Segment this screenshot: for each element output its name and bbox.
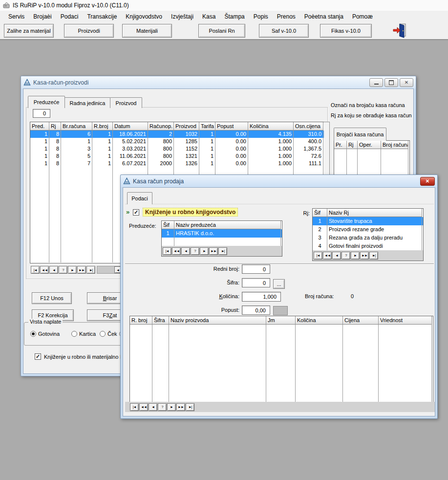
dialog-titlebar[interactable]: Kasa račun prodaja ✕ [121,175,437,187]
tab-podaci[interactable]: Podaci [127,192,152,204]
nav-button[interactable]: ►► [360,252,369,260]
column-header[interactable]: Proizvod [174,122,199,131]
menu-transakcije[interactable]: Transakcije [83,12,121,21]
column-header[interactable]: Računop. [148,122,174,131]
radio-cek[interactable]: Ček [100,331,117,337]
nav-button[interactable]: ? [158,403,167,411]
menu-pomoc[interactable]: Pomoæ [348,12,377,21]
column-header[interactable]: Broj računa [381,141,408,149]
nav-button[interactable]: ◄◄ [139,403,148,411]
toolbar-fikas-button[interactable]: Fikas v-10.0 [320,24,372,38]
nav-button[interactable]: ◄ [149,403,157,411]
redni-broj-input[interactable] [242,264,270,274]
column-header[interactable]: Šif [313,209,327,217]
column-header[interactable]: Rj [347,141,358,149]
nav-button[interactable]: ◄◄ [40,266,49,274]
nav-button[interactable]: ◄◄ [172,247,181,255]
radio-gotovina[interactable]: Gotovina [30,331,60,337]
column-header[interactable]: Šif [162,221,174,229]
column-header[interactable]: Oper. [358,141,381,149]
preduzece-filter-input[interactable] [33,109,50,118]
nav-button[interactable]: ► [68,266,77,274]
menu-prenos[interactable]: Prenos [273,12,300,21]
menu-knjigovodstvo[interactable]: Knjigovodstvo [121,12,167,21]
column-header[interactable]: Pred. [30,122,49,131]
nav-button[interactable]: ►| [186,403,194,411]
nav-button[interactable]: ►► [176,403,185,411]
nav-button[interactable]: ◄ [181,247,190,255]
close-button[interactable]: ✕ [400,78,413,87]
radio-kartica[interactable]: Kartica [71,331,96,337]
menu-pocetna-stanja[interactable]: Poèetna stanja [300,12,348,21]
column-header[interactable]: Šifra [152,316,169,325]
column-header[interactable]: Jm [266,316,296,325]
table-row[interactable]: 4Gotovi finalni proizvodi [313,242,423,250]
table-row[interactable]: 18716.07.20212000132610.001.000111.1 [30,160,324,167]
main-window-titlebar[interactable]: Kasa-račun-proizvodi ✕ [21,76,416,88]
nav-button[interactable]: ► [200,247,209,255]
toolbar-saf-button[interactable]: Saf v-10.0 [259,24,309,38]
nav-button[interactable]: ►| [218,247,227,255]
nav-button[interactable]: |◄ [163,247,171,255]
f12-unos-button[interactable]: F12 Unos [32,292,72,304]
table-row[interactable]: 2Proizvodi rezane građe [313,225,423,234]
menu-stampa[interactable]: Štampa [220,12,249,21]
column-header[interactable]: Naziv Rj [327,209,422,217]
toolbar-proizvodi-button[interactable]: Proizvodi [64,24,114,38]
dialog-close-button[interactable]: ✕ [420,177,435,186]
nav-button[interactable]: ►| [86,266,95,274]
table-row[interactable]: 1Stovarište trupaca [313,217,423,225]
nav-button[interactable]: ◄ [332,252,341,260]
table-row[interactable]: 3Rezana građa za dalju preradu [313,234,423,242]
column-header[interactable]: Cijena [343,316,379,325]
column-header[interactable]: Naziv preduzeća [174,221,281,229]
toolbar-materijali-button[interactable]: Materijali [122,24,172,38]
column-header[interactable]: Pr. [334,141,347,149]
maximize-button[interactable] [384,78,398,87]
table-row[interactable]: 18313.03.2021800115210.001.0001,367.5 [30,145,324,153]
nav-button[interactable]: ► [167,403,176,411]
sifra-input[interactable] [242,278,270,287]
nav-button[interactable]: ◄ [49,266,58,274]
column-header[interactable]: Popust [215,122,248,131]
column-header[interactable]: R. broj [130,316,152,325]
nav-button[interactable]: |◄ [130,403,139,411]
nav-button[interactable]: ►► [77,266,86,274]
nav-button[interactable]: |◄ [31,266,40,274]
column-header[interactable]: Vriednost [379,316,432,325]
toolbar-zalihe-button[interactable]: Zalihe za materijal [4,24,54,38]
column-header[interactable]: R.broj [92,122,113,131]
menu-izvjestaji[interactable]: Izvještaji [167,12,198,21]
knjizenje-checkbox[interactable]: ✓ [133,209,139,216]
nav-button[interactable]: ◄◄ [323,252,332,260]
menu-kasa[interactable]: Kasa [198,12,220,21]
kolicina-input[interactable] [242,292,281,302]
toolbar-poslani-rn-button[interactable]: Poslani Rn [198,24,245,38]
popust-input[interactable] [242,305,270,315]
product-table[interactable]: R. brojŠifraNaziv proizvodaJmKoličinaCij… [129,316,433,403]
column-header[interactable]: Tarifa [199,122,215,131]
table-row[interactable]: 18115.02.2021800128510.001.000400.0 [30,138,324,145]
rj-grid[interactable]: ŠifNaziv Rj1Stovarište trupaca2Proizvodi… [313,209,423,250]
nav-button[interactable]: ► [351,252,360,260]
table-row[interactable]: 185111.06.2021800132110.001.00072.6 [30,153,324,160]
table-row[interactable]: 186118.06.20212103210.004.135310.0 [30,131,324,138]
tab-preduzece[interactable]: Preduzeće [28,96,65,108]
menu-popis[interactable]: Popis [249,12,273,21]
robno-checkbox[interactable]: ✓ [35,353,41,360]
column-header[interactable]: Br.računa [61,122,92,131]
menu-servis[interactable]: Servis [4,12,29,21]
nav-button[interactable]: ? [59,266,67,274]
table-row[interactable]: 1HRASTIK d.o.o. [162,229,282,238]
nav-button[interactable]: ? [341,252,350,260]
robno-checkbox-row[interactable]: ✓ Knjiženje u robno ili materijalno kn [35,353,126,360]
menu-podaci[interactable]: Podaci [56,12,83,21]
minimize-button[interactable] [369,78,383,87]
menu-brojaci[interactable]: Brojaèi [29,12,56,21]
sifra-browse-button[interactable]: ... [273,279,285,289]
exit-door-icon[interactable] [392,22,408,39]
tab-brojaci-kasa-racuna[interactable]: Brojači kasa računa [334,128,386,141]
column-header[interactable]: Datum [113,122,148,131]
column-header[interactable]: Količina [296,316,343,325]
column-header[interactable]: Naziv proizvoda [169,316,266,325]
